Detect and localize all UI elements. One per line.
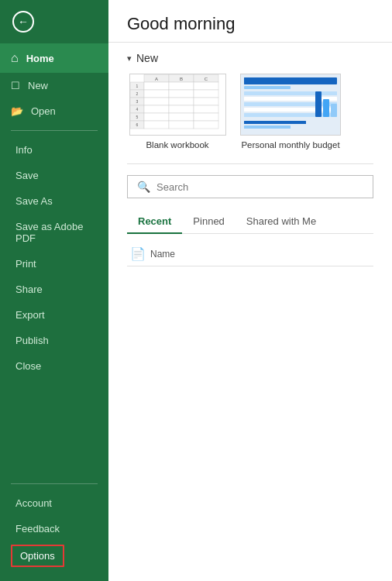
svg-rect-29: [194, 105, 218, 113]
recent-table-header: 📄 Name: [127, 242, 373, 266]
tab-pinned[interactable]: Pinned: [182, 209, 235, 233]
sidebar-item-home[interactable]: ⌂ Home: [0, 43, 108, 73]
save-label: Save: [15, 170, 39, 181]
sidebar-item-feedback[interactable]: Feedback: [0, 516, 108, 541]
svg-rect-32: [194, 113, 218, 121]
svg-rect-47: [331, 104, 337, 117]
section-divider: [127, 163, 373, 164]
svg-rect-39: [244, 86, 291, 89]
svg-rect-33: [144, 121, 169, 129]
svg-text:A: A: [154, 77, 157, 81]
file-icon: 📄: [130, 246, 146, 261]
tab-recent[interactable]: Recent: [127, 209, 182, 233]
budget-label: Personal monthly budget: [241, 140, 339, 150]
search-bar[interactable]: 🔍: [127, 175, 373, 198]
sidebar-open-label: Open: [31, 105, 56, 117]
templates-row: A B C 1 2 3 4 5: [127, 74, 373, 150]
print-label: Print: [15, 258, 36, 270]
svg-rect-40: [244, 91, 337, 95]
new-section-title: New: [136, 52, 158, 64]
svg-rect-48: [244, 121, 306, 124]
svg-rect-28: [169, 105, 194, 113]
svg-text:3: 3: [136, 99, 138, 104]
svg-text:6: 6: [136, 122, 138, 127]
sidebar-item-account[interactable]: Account: [0, 490, 108, 516]
svg-rect-24: [144, 98, 169, 105]
svg-text:C: C: [204, 77, 208, 81]
options-button[interactable]: Options: [11, 545, 64, 567]
share-label: Share: [15, 284, 43, 295]
back-button[interactable]: ←: [0, 0, 108, 43]
svg-text:4: 4: [136, 107, 138, 112]
sidebar-item-info[interactable]: Info: [0, 137, 108, 163]
sidebar-item-new[interactable]: ☐ New: [0, 73, 108, 98]
svg-rect-46: [323, 99, 329, 117]
search-icon: 🔍: [137, 180, 150, 193]
sidebar-item-save-adobe[interactable]: Save as Adobe PDF: [0, 214, 108, 251]
sidebar-divider-top: [11, 130, 98, 131]
open-icon: 📂: [11, 105, 23, 117]
main-content: Good morning ▾ New A B C: [108, 0, 392, 581]
svg-rect-18: [144, 82, 169, 90]
tabs-row: Recent Pinned Shared with Me: [127, 209, 373, 234]
save-as-label: Save As: [15, 195, 53, 207]
tab-shared[interactable]: Shared with Me: [236, 209, 327, 233]
sidebar-item-close[interactable]: Close: [0, 353, 108, 379]
sidebar-item-export[interactable]: Export: [0, 302, 108, 328]
template-blank[interactable]: A B C 1 2 3 4 5: [127, 74, 228, 150]
name-column-header: 📄 Name: [130, 246, 175, 261]
sidebar-new-label: New: [28, 80, 48, 91]
info-label: Info: [15, 144, 33, 156]
template-budget[interactable]: Personal monthly budget: [240, 74, 341, 150]
svg-text:B: B: [179, 77, 182, 81]
new-section-toggle[interactable]: ▾ New: [127, 52, 373, 64]
save-adobe-label: Save as Adobe PDF: [15, 221, 98, 244]
svg-text:5: 5: [136, 115, 138, 119]
main-body: ▾ New A B C: [108, 43, 392, 276]
svg-rect-34: [169, 121, 194, 129]
sidebar: ← ⌂ Home ☐ New 📂 Open Info Save Save As …: [0, 0, 108, 581]
chevron-down-icon: ▾: [127, 53, 132, 64]
publish-label: Publish: [15, 335, 49, 346]
close-label: Close: [15, 360, 41, 372]
search-input[interactable]: [156, 181, 363, 193]
sidebar-item-save-as[interactable]: Save As: [0, 188, 108, 214]
home-icon: ⌂: [11, 51, 19, 65]
svg-rect-22: [169, 90, 194, 98]
svg-rect-26: [194, 98, 218, 105]
new-icon: ☐: [11, 80, 20, 91]
page-title: Good morning: [127, 14, 373, 34]
sidebar-item-share[interactable]: Share: [0, 277, 108, 302]
sidebar-item-print[interactable]: Print: [0, 251, 108, 277]
sidebar-item-open[interactable]: 📂 Open: [0, 98, 108, 124]
sidebar-item-save[interactable]: Save: [0, 163, 108, 188]
svg-rect-49: [244, 125, 291, 129]
svg-rect-19: [169, 82, 194, 90]
home-label: Home: [26, 53, 54, 64]
svg-rect-25: [169, 98, 194, 105]
svg-rect-38: [244, 77, 337, 84]
blank-thumbnail: A B C 1 2 3 4 5: [129, 74, 226, 136]
svg-text:1: 1: [136, 84, 138, 88]
budget-thumbnail: [240, 74, 341, 136]
svg-text:2: 2: [136, 91, 138, 96]
svg-rect-21: [144, 90, 169, 98]
main-header: Good morning: [108, 0, 392, 43]
export-label: Export: [15, 309, 45, 321]
back-icon: ←: [12, 11, 34, 33]
svg-rect-27: [144, 105, 169, 113]
account-label: Account: [15, 497, 52, 509]
svg-rect-31: [169, 113, 194, 121]
svg-rect-35: [194, 121, 218, 129]
name-col-label: Name: [150, 249, 175, 260]
sidebar-bottom: Account Feedback Options: [0, 477, 108, 581]
blank-workbook-label: Blank workbook: [146, 140, 208, 150]
svg-rect-20: [194, 82, 218, 90]
sidebar-item-publish[interactable]: Publish: [0, 328, 108, 353]
feedback-label: Feedback: [15, 523, 60, 535]
svg-rect-45: [315, 91, 322, 117]
sidebar-divider-bottom: [11, 483, 98, 484]
svg-rect-30: [144, 113, 169, 121]
svg-rect-23: [194, 90, 218, 98]
